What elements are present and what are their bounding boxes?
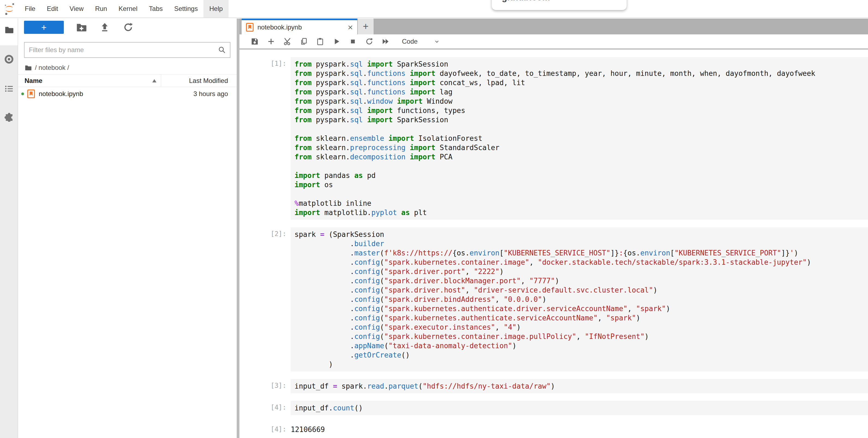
code-cell: [3]:input_df = spark.read.parquet("hdfs:… xyxy=(240,379,868,393)
input-prompt: [1]: xyxy=(240,57,291,220)
refresh-file-list-button[interactable] xyxy=(122,21,134,33)
upload-button[interactable] xyxy=(99,21,111,33)
file-list-item[interactable]: notebook.ipynb 3 hours ago xyxy=(18,87,237,100)
menu-item-view[interactable]: View xyxy=(64,0,89,18)
menu-bar: FileEditViewRunKernelTabsSettingsHelp xyxy=(0,0,868,18)
menu-items: FileEditViewRunKernelTabsSettingsHelp xyxy=(19,0,228,18)
run-all-icon xyxy=(381,37,390,46)
github-popup[interactable]: github.com xyxy=(492,0,627,10)
file-browser-panel: + xyxy=(18,19,237,438)
restart-kernel-button[interactable] xyxy=(361,35,377,48)
code-editor[interactable]: input_df.count() xyxy=(291,401,868,415)
new-tab-button[interactable]: + xyxy=(358,19,374,34)
add-icon xyxy=(267,37,275,46)
copy-cells-button[interactable] xyxy=(296,35,312,48)
save-button[interactable] xyxy=(247,35,263,48)
file-browser-toolbar: + xyxy=(24,21,134,34)
restart-icon xyxy=(365,37,373,46)
menu-item-file[interactable]: File xyxy=(19,0,41,18)
tab-title: notebook.ipynb xyxy=(257,24,302,31)
extensions-icon[interactable] xyxy=(4,112,13,122)
new-folder-icon xyxy=(76,22,87,33)
save-icon xyxy=(251,37,259,46)
file-list: notebook.ipynb 3 hours ago xyxy=(18,87,237,100)
file-browser-tab-folder-icon[interactable] xyxy=(4,25,13,34)
file-list-header: Name Last Modified xyxy=(18,74,237,87)
file-name: notebook.ipynb xyxy=(39,90,83,98)
code-editor[interactable]: spark = (SparkSession .builder .master(f… xyxy=(291,227,868,372)
restart-run-all-button[interactable] xyxy=(377,35,394,48)
menu-item-run[interactable]: Run xyxy=(89,0,113,18)
paste-cells-button[interactable] xyxy=(312,35,328,48)
refresh-icon xyxy=(123,22,133,32)
menu-item-edit[interactable]: Edit xyxy=(41,0,64,18)
copy-icon xyxy=(300,37,308,46)
input-prompt: [3]: xyxy=(240,379,291,393)
notebook-file-icon xyxy=(246,23,254,32)
cell-type-chevron-down-icon[interactable] xyxy=(433,38,440,45)
running-sessions-icon[interactable] xyxy=(4,55,13,64)
ipynb-file-icon xyxy=(27,89,35,98)
new-launcher-button[interactable]: + xyxy=(24,21,64,34)
running-status-dot xyxy=(21,92,24,95)
dock-strip-background xyxy=(0,45,18,438)
breadcrumb-path[interactable]: / notebook / xyxy=(35,64,69,71)
run-cell-button[interactable] xyxy=(328,35,345,48)
new-launcher-plus: + xyxy=(41,23,46,32)
input-prompt: [2]: xyxy=(240,227,291,372)
output-area: [4]:12106669 xyxy=(240,423,868,434)
file-last-modified: 3 hours ago xyxy=(193,90,237,98)
panel-split-handle[interactable] xyxy=(237,19,240,438)
notebook-panel: notebook.ipynb × + xyxy=(240,19,868,438)
file-filter-box xyxy=(24,42,230,58)
notebook-toolbar: Code xyxy=(240,34,868,50)
add-cell-button[interactable] xyxy=(263,35,279,48)
menu-item-tabs[interactable]: Tabs xyxy=(143,0,168,18)
table-of-contents-icon[interactable] xyxy=(4,84,13,93)
code-cell: [4]:input_df.count() xyxy=(240,401,868,415)
output-text: 12106669 xyxy=(291,423,325,434)
menu-item-help[interactable]: Help xyxy=(204,0,228,18)
paste-icon xyxy=(316,37,324,46)
run-icon xyxy=(333,37,341,46)
menu-item-kernel[interactable]: Kernel xyxy=(113,0,143,18)
sort-ascending-icon xyxy=(152,79,157,82)
notebook-cells: [1]:from pyspark.sql import SparkSession… xyxy=(240,50,868,438)
search-icon xyxy=(218,46,226,54)
code-editor[interactable]: input_df = spark.read.parquet("hdfs://hd… xyxy=(291,379,868,393)
tab-bar: notebook.ipynb × + xyxy=(240,19,868,34)
tab-notebook-ipynb[interactable]: notebook.ipynb × xyxy=(242,19,357,34)
output-prompt: [4]: xyxy=(240,423,291,434)
column-header-last-modified[interactable]: Last Modified xyxy=(161,75,237,87)
new-folder-button[interactable] xyxy=(75,21,87,33)
home-folder-icon[interactable] xyxy=(25,64,32,71)
code-cell: [1]:from pyspark.sql import SparkSession… xyxy=(240,57,868,220)
breadcrumb[interactable]: / notebook / xyxy=(25,64,69,71)
menu-item-settings[interactable]: Settings xyxy=(168,0,204,18)
tab-close-icon[interactable]: × xyxy=(348,23,353,32)
code-editor[interactable]: from pyspark.sql import SparkSessionfrom… xyxy=(291,57,868,220)
code-cell: [2]:spark = (SparkSession .builder .mast… xyxy=(240,227,868,372)
column-header-name[interactable]: Name xyxy=(18,75,161,87)
jupyter-logo xyxy=(3,2,15,16)
popup-domain-text: github.com xyxy=(502,0,550,2)
interrupt-kernel-button[interactable] xyxy=(345,35,361,48)
input-prompt: [4]: xyxy=(240,401,291,415)
stop-icon xyxy=(349,38,357,45)
upload-icon xyxy=(99,22,110,32)
main-area: + xyxy=(0,19,868,438)
cut-icon xyxy=(283,37,292,46)
file-filter-input[interactable] xyxy=(25,46,218,54)
cell-type-select[interactable]: Code xyxy=(402,38,417,45)
cut-cells-button[interactable] xyxy=(279,35,296,48)
left-dock-strip xyxy=(0,19,18,438)
